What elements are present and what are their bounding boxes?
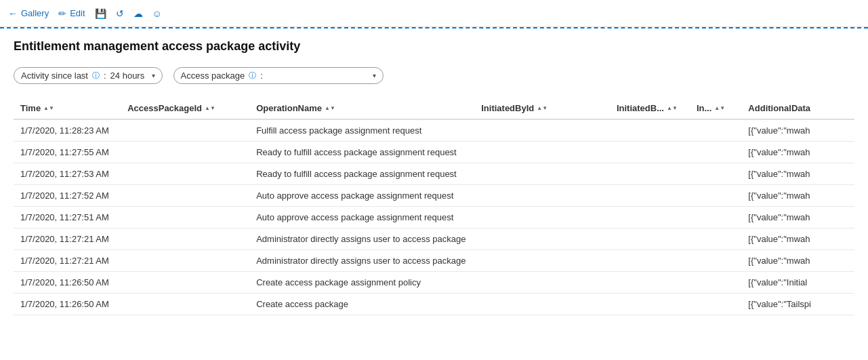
- cell-accessPackageId: [121, 119, 249, 142]
- table-row[interactable]: 1/7/2020, 11:27:55 AMReady to fulfill ac…: [14, 142, 854, 163]
- cell-time: 1/7/2020, 11:28:23 AM: [14, 119, 121, 142]
- cell-in: [690, 294, 741, 315]
- cell-initiatedB: [610, 142, 690, 163]
- cell-in: [690, 119, 741, 142]
- cell-additionalData: [{"value":"mwah: [741, 228, 854, 250]
- cell-operationName: Ready to fulfill access package assignme…: [249, 142, 474, 163]
- table-row[interactable]: 1/7/2020, 11:27:52 AMAuto approve access…: [14, 185, 854, 207]
- toolbar: ← Gallery ✏ Edit 💾 ↺ ☁ ☺: [0, 0, 868, 27]
- emoji-icon: ☺: [152, 8, 162, 19]
- cell-additionalData: [{"value":"mwah: [741, 207, 854, 228]
- sort-icon-time[interactable]: ▲▼: [43, 106, 54, 111]
- cell-in: [690, 272, 741, 294]
- filters-bar: Activity since last ⓘ : 24 hours 1 hour …: [14, 67, 854, 84]
- cell-operationName: Fulfill access package assignment reques…: [249, 119, 474, 142]
- cell-time: 1/7/2020, 11:26:50 AM: [14, 294, 121, 315]
- cell-initiatedById: [474, 294, 610, 315]
- sort-icon-accesspackageid[interactable]: ▲▼: [205, 106, 215, 111]
- cell-time: 1/7/2020, 11:27:51 AM: [14, 207, 121, 228]
- col-header-accesspackageid[interactable]: AccessPackageId ▲▼: [121, 98, 249, 119]
- cell-accessPackageId: [121, 294, 249, 315]
- table-row[interactable]: 1/7/2020, 11:27:51 AMAuto approve access…: [14, 207, 854, 228]
- cell-in: [690, 207, 741, 228]
- cell-initiatedById: [474, 163, 610, 185]
- cell-initiatedById: [474, 142, 610, 163]
- col-header-additionaldata[interactable]: AdditionalData: [741, 98, 854, 119]
- cloud-button[interactable]: ☁: [133, 8, 143, 19]
- col-header-in[interactable]: In... ▲▼: [690, 98, 741, 119]
- activity-select[interactable]: 24 hours 1 hour 6 hours 12 hours 7 days …: [110, 71, 148, 81]
- cell-initiatedB: [610, 272, 690, 294]
- package-filter-group[interactable]: Access package ⓘ : ▾: [173, 67, 384, 84]
- col-header-operationname[interactable]: OperationName ▲▼: [249, 98, 474, 119]
- main-content: Entitlement management access package ac…: [0, 28, 868, 326]
- cell-in: [690, 228, 741, 250]
- sort-icon-in[interactable]: ▲▼: [714, 106, 725, 111]
- cell-in: [690, 163, 741, 185]
- sort-icon-initiatedb[interactable]: ▲▼: [667, 106, 678, 111]
- sort-icon-operationname[interactable]: ▲▼: [325, 106, 335, 111]
- cell-operationName: Administrator directly assigns user to a…: [249, 228, 474, 250]
- cell-initiatedB: [610, 207, 690, 228]
- col-header-initiatedbyid[interactable]: InitiatedById ▲▼: [474, 98, 610, 119]
- cell-initiatedB: [610, 119, 690, 142]
- table-header: Time ▲▼ AccessPackageId ▲▼ OperationName…: [14, 98, 854, 119]
- cell-in: [690, 142, 741, 163]
- cell-time: 1/7/2020, 11:27:53 AM: [14, 163, 121, 185]
- cell-accessPackageId: [121, 207, 249, 228]
- page-title: Entitlement management access package ac…: [14, 39, 854, 54]
- col-header-initiatedb[interactable]: InitiatedB... ▲▼: [610, 98, 690, 119]
- cell-operationName: Auto approve access package assignment r…: [249, 207, 474, 228]
- cell-additionalData: [{"value":"mwah: [741, 163, 854, 185]
- table-row[interactable]: 1/7/2020, 11:27:21 AMAdministrator direc…: [14, 228, 854, 250]
- refresh-icon: ↺: [116, 8, 124, 19]
- gallery-button[interactable]: ← Gallery: [8, 8, 49, 19]
- activity-filter-group[interactable]: Activity since last ⓘ : 24 hours 1 hour …: [14, 67, 163, 84]
- cell-accessPackageId: [121, 185, 249, 207]
- activity-colon: :: [104, 71, 106, 81]
- cell-accessPackageId: [121, 142, 249, 163]
- table-row[interactable]: 1/7/2020, 11:28:23 AMFulfill access pack…: [14, 119, 854, 142]
- cloud-icon: ☁: [133, 8, 143, 19]
- cell-initiatedById: [474, 185, 610, 207]
- cell-operationName: Auto approve access package assignment r…: [249, 185, 474, 207]
- gallery-label: Gallery: [21, 8, 49, 18]
- emoji-button[interactable]: ☺: [152, 8, 162, 19]
- table-row[interactable]: 1/7/2020, 11:26:50 AMCreate access packa…: [14, 294, 854, 315]
- cell-initiatedById: [474, 207, 610, 228]
- table-row[interactable]: 1/7/2020, 11:27:21 AMAdministrator direc…: [14, 250, 854, 272]
- cell-initiatedB: [610, 250, 690, 272]
- save-icon: 💾: [95, 8, 106, 19]
- cell-initiatedB: [610, 163, 690, 185]
- cell-operationName: Administrator directly assigns user to a…: [249, 250, 474, 272]
- cell-operationName: Create access package: [249, 294, 474, 315]
- cell-additionalData: [{"value":"Tailspi: [741, 294, 854, 315]
- cell-initiatedB: [610, 185, 690, 207]
- cell-accessPackageId: [121, 163, 249, 185]
- cell-additionalData: [{"value":"Initial: [741, 272, 854, 294]
- table-row[interactable]: 1/7/2020, 11:27:53 AMReady to fulfill ac…: [14, 163, 854, 185]
- package-dropdown-chevron-icon: ▾: [373, 72, 376, 79]
- cell-additionalData: [{"value":"mwah: [741, 185, 854, 207]
- cell-time: 1/7/2020, 11:27:52 AM: [14, 185, 121, 207]
- activity-info-icon[interactable]: ⓘ: [92, 71, 100, 81]
- save-button[interactable]: 💾: [95, 8, 106, 19]
- cell-initiatedB: [610, 228, 690, 250]
- cell-operationName: Ready to fulfill access package assignme…: [249, 163, 474, 185]
- package-select[interactable]: [267, 71, 369, 81]
- edit-button[interactable]: ✏ Edit: [58, 8, 85, 19]
- col-header-time[interactable]: Time ▲▼: [14, 98, 121, 119]
- package-colon: :: [260, 71, 263, 81]
- package-filter-label: Access package: [181, 71, 245, 81]
- cell-initiatedById: [474, 228, 610, 250]
- sort-icon-initiatedbyid[interactable]: ▲▼: [537, 106, 547, 111]
- table-row[interactable]: 1/7/2020, 11:26:50 AMCreate access packa…: [14, 272, 854, 294]
- package-info-icon[interactable]: ⓘ: [249, 71, 256, 81]
- cell-time: 1/7/2020, 11:26:50 AM: [14, 272, 121, 294]
- cell-operationName: Create access package assignment policy: [249, 272, 474, 294]
- edit-icon: ✏: [58, 8, 66, 19]
- cell-time: 1/7/2020, 11:27:55 AM: [14, 142, 121, 163]
- back-arrow-icon: ←: [8, 8, 18, 19]
- refresh-button[interactable]: ↺: [116, 8, 124, 19]
- cell-initiatedById: [474, 272, 610, 294]
